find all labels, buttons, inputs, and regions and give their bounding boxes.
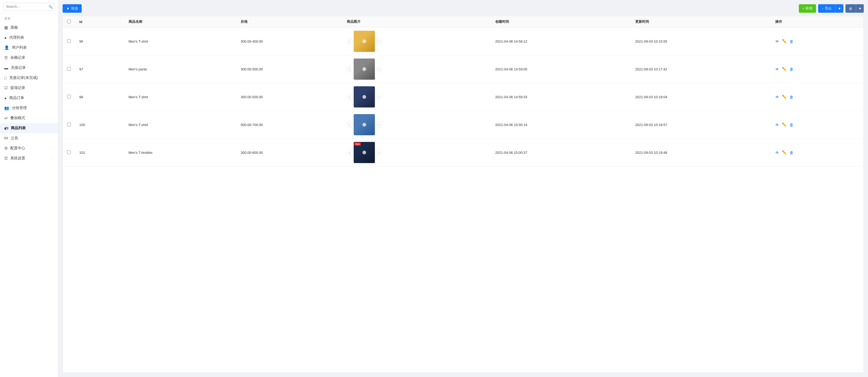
row-id: 100: [75, 111, 124, 139]
filter-label: 筛选: [71, 6, 78, 11]
image-dot: [363, 67, 366, 71]
carousel-next-arrow[interactable]: ›: [376, 66, 382, 72]
filter-button[interactable]: ▼ 筛选: [63, 4, 82, 13]
product-table: Id 商品名称 价格 商品图片 创建时间 更新时间 操作 96 Men's T-…: [63, 16, 864, 167]
view-dropdown-button[interactable]: ▼: [856, 4, 864, 13]
row-checkbox-cell: [63, 111, 75, 139]
action-icons-group: 👁 ✏️ 🗑: [775, 150, 859, 155]
select-all-checkbox[interactable]: [67, 20, 71, 23]
row-created: 2021-04-06 15:00:37: [491, 139, 631, 167]
delete-action-icon[interactable]: 🗑: [789, 150, 794, 155]
search-input[interactable]: [3, 3, 55, 10]
row-actions: 👁 ✏️ 🗑: [771, 83, 864, 111]
row-checkbox[interactable]: [67, 150, 71, 154]
carousel-prev-arrow[interactable]: ‹: [347, 38, 352, 44]
sidebar-item-group-manage[interactable]: 👥 分组管理: [0, 103, 58, 113]
view-action-icon[interactable]: 👁: [775, 39, 779, 44]
delete-action-icon[interactable]: 🗑: [789, 67, 794, 71]
carousel-next-arrow[interactable]: ›: [376, 38, 382, 44]
sidebar-item-product-list[interactable]: 🏷 商品列表: [0, 123, 58, 133]
sidebar-item-user-list[interactable]: 👤 用户列表: [0, 43, 58, 53]
header-updated: 更新时间: [631, 16, 771, 28]
edit-action-icon[interactable]: ✏️: [782, 95, 787, 99]
dashboard-icon: ▦: [4, 25, 8, 30]
table-row: 101 Men's T-timibbs 300.00-600.00 ‹ Star…: [63, 139, 864, 167]
add-label: + 新增: [803, 6, 812, 11]
view-action-icon[interactable]: 👁: [775, 95, 779, 99]
sidebar-item-recharge-incomplete[interactable]: □ 充值记录(未完成): [0, 73, 58, 83]
carousel-prev-arrow[interactable]: ‹: [347, 149, 352, 156]
delete-action-icon[interactable]: 🗑: [789, 123, 794, 127]
table-row: 96 Men's T-shirt 300.00-400.00 ‹ › 2021-…: [63, 28, 864, 55]
row-checkbox[interactable]: [67, 39, 71, 43]
delete-action-icon[interactable]: 🗑: [789, 39, 794, 44]
view-button[interactable]: ⊞: [845, 4, 856, 13]
row-created: 2021-04-06 14:59:33: [491, 83, 631, 111]
sidebar-item-balance-record[interactable]: ☰ 余额记录: [0, 53, 58, 63]
carousel-next-arrow[interactable]: ›: [376, 122, 382, 128]
product-image: [354, 31, 375, 52]
sidebar-item-label: 充值记录(未完成): [9, 75, 38, 80]
edit-action-icon[interactable]: ✏️: [782, 122, 787, 127]
sidebar-item-withdraw-record[interactable]: ☑ 提现记录: [0, 83, 58, 93]
carousel-prev-arrow[interactable]: ‹: [347, 122, 352, 128]
row-checkbox-cell: [63, 28, 75, 55]
row-updated: 2021-09-03 10:17:42: [631, 55, 771, 83]
toolbar: ▼ 筛选 + 新增 ↑ 导出 ▼ ⊞: [63, 4, 864, 13]
sidebar-item-system-settings[interactable]: ☰ 系统设置 ‹: [0, 153, 58, 163]
image-dot: [363, 151, 366, 155]
sidebar-item-label: 充值记录: [11, 65, 26, 70]
sidebar-item-label: 系统设置: [10, 156, 25, 161]
sidebar-item-agent-list[interactable]: ● 代理列表: [0, 33, 58, 43]
row-name: Men's pants: [124, 55, 237, 83]
row-checkbox-cell: [63, 55, 75, 83]
search-icon-button[interactable]: 🔍: [49, 4, 53, 8]
view-action-icon[interactable]: 👁: [775, 67, 779, 71]
carousel-next-arrow[interactable]: ›: [376, 149, 382, 156]
row-updated: 2021-09-03 10:19:48: [631, 139, 771, 167]
delete-action-icon[interactable]: 🗑: [789, 95, 794, 99]
row-image-cell: ‹ ›: [343, 83, 491, 111]
view-btn-group: ⊞ ▼: [845, 4, 864, 13]
edit-action-icon[interactable]: ✏️: [782, 150, 787, 155]
sidebar-item-label: 提现记录: [10, 85, 25, 90]
view-action-icon[interactable]: 👁: [775, 123, 779, 127]
image-carousel: ‹ ›: [347, 86, 381, 107]
sidebar: 🔍 菜单 ▦ 面板 ● 代理列表 👤 用户列表 ☰ 余额记录 ▬ 充值记录 □ …: [0, 0, 58, 377]
row-price: 300.00-500.00: [237, 83, 343, 111]
carousel-prev-arrow[interactable]: ‹: [347, 94, 352, 100]
carousel-prev-arrow[interactable]: ‹: [347, 66, 352, 72]
export-dropdown-button[interactable]: ▼: [835, 4, 843, 13]
sidebar-item-config-center[interactable]: ⚙ 配置中心 ‹: [0, 143, 58, 153]
view-action-icon[interactable]: 👁: [775, 150, 779, 155]
recharge-incomplete-icon: □: [4, 76, 7, 80]
sidebar-item-label: 商品订单: [9, 96, 24, 100]
row-name: Men's T-shirt: [124, 83, 237, 111]
export-button[interactable]: ↑ 导出: [818, 4, 836, 13]
carousel-next-arrow[interactable]: ›: [376, 94, 382, 100]
edit-action-icon[interactable]: ✏️: [782, 39, 787, 44]
edit-action-icon[interactable]: ✏️: [782, 67, 787, 71]
sidebar-item-order-list[interactable]: ● 商品订单: [0, 93, 58, 103]
image-dot: [363, 123, 366, 127]
row-checkbox[interactable]: [67, 123, 71, 126]
row-image-cell: ‹ Star ›: [343, 139, 491, 167]
row-checkbox[interactable]: [67, 67, 71, 71]
sidebar-item-stack-mode[interactable]: ⇌ 叠加模式: [0, 113, 58, 123]
view-icon: ⊞: [849, 7, 852, 10]
row-created: 2021-04-06 14:58:12: [491, 28, 631, 55]
row-price: 500.00-700.00: [237, 111, 343, 139]
settings-icon: ☰: [4, 156, 8, 161]
add-button[interactable]: + 新增: [799, 4, 816, 13]
sidebar-item-dashboard[interactable]: ▦ 面板: [0, 23, 58, 33]
table-row: 98 Men's T-shirt 300.00-500.00 ‹ › 2021-…: [63, 83, 864, 111]
action-icons-group: 👁 ✏️ 🗑: [775, 67, 859, 71]
row-checkbox[interactable]: [67, 95, 71, 99]
sidebar-item-recharge-record[interactable]: ▬ 充值记录: [0, 63, 58, 73]
row-actions: 👁 ✏️ 🗑: [771, 111, 864, 139]
row-image-cell: ‹ ›: [343, 55, 491, 83]
sidebar-item-announcement[interactable]: Bě 公告: [0, 133, 58, 143]
chevron-left-icon: ‹: [53, 147, 54, 150]
export-label: 导出: [825, 6, 832, 11]
order-icon: ●: [4, 96, 7, 100]
